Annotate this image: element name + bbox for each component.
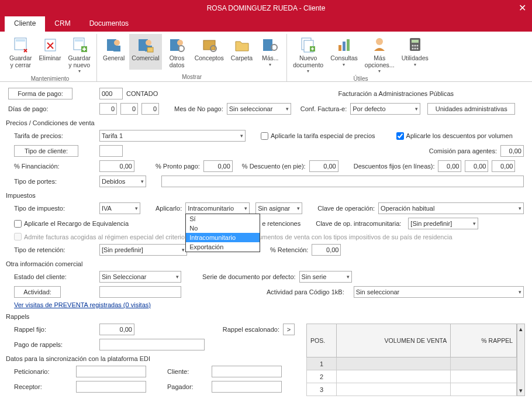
rappel-fijo-label: Rappel fijo:: [14, 326, 96, 333]
portes-text[interactable]: [161, 176, 524, 187]
estado-select[interactable]: Sin Seleccionar: [99, 271, 181, 283]
receptor-field[interactable]: [76, 381, 146, 393]
mes-no-select[interactable]: Sin seleccionar: [227, 103, 291, 115]
rappel-fijo-field[interactable]: [99, 324, 134, 335]
svg-point-14: [177, 40, 183, 46]
tipo-ret-select[interactable]: [Sin predefinir]: [99, 244, 187, 256]
table-row[interactable]: 2: [307, 370, 517, 383]
otros-button[interactable]: Otros datos: [164, 34, 190, 70]
table-row[interactable]: 3: [307, 383, 517, 396]
pronto-label: % Pronto pago:: [156, 163, 200, 170]
mas-opciones-button[interactable]: Más opciones...▾: [362, 34, 397, 75]
tarifa-label: Tarifa de precios:: [14, 132, 96, 139]
tipo-cliente-button[interactable]: Tipo de cliente:: [14, 145, 78, 157]
conf-factura-select[interactable]: Por defecto: [350, 103, 420, 115]
nuevo-doc-button[interactable]: Nuevo documento▾: [291, 34, 326, 75]
clave-intra-select[interactable]: [Sin predefinir]: [408, 218, 478, 229]
svg-rect-18: [263, 39, 272, 51]
unidades-admin-button[interactable]: Unidades administrativas: [427, 103, 515, 115]
delete-button[interactable]: Eliminar: [37, 34, 64, 75]
descuento-label: % Descuento (en pie):: [242, 163, 306, 170]
pronto-field[interactable]: [203, 160, 233, 172]
dd-opt-export[interactable]: Exportación: [186, 242, 260, 252]
chk-tarifa-especial[interactable]: Aplicarle la tarifa especial de precios: [261, 132, 375, 140]
act-1kb-select[interactable]: Sin seleccionar: [354, 286, 524, 298]
portes-select[interactable]: Debidos: [99, 176, 146, 187]
tipo-cliente-field[interactable]: [99, 145, 123, 157]
utilidades-button[interactable]: Utilidades▾: [399, 34, 431, 75]
aplicarlo-select[interactable]: Intracomunitario: [185, 202, 250, 214]
comision-field[interactable]: [500, 145, 524, 157]
preventa-link[interactable]: Ver visitas de PREVENTA registradas (0 v…: [14, 301, 151, 308]
actividad-field[interactable]: [99, 286, 181, 298]
clave-intra-label: Clave de op. intracomunitaria:: [316, 220, 401, 227]
conf-factura-label: Conf. Factura-e:: [300, 105, 347, 112]
person-gear2-icon: [261, 35, 279, 54]
financiacion-field[interactable]: [99, 160, 134, 172]
clave-op-select[interactable]: Operación habitual: [378, 202, 524, 214]
dd-opt-intra[interactable]: Intracomunitario: [186, 233, 260, 242]
save-close-icon: [11, 35, 30, 54]
close-icon[interactable]: ✕: [519, 2, 526, 13]
peticionario-label: Peticionario:: [14, 368, 72, 375]
pct-ret-field[interactable]: [312, 244, 341, 256]
general-button[interactable]: General: [101, 34, 127, 70]
clave-op-label: Clave de operación:: [317, 205, 375, 212]
tarifa-select[interactable]: Tarifa 1: [99, 130, 246, 142]
col-pos: POS.: [307, 324, 337, 357]
svg-point-26: [376, 38, 383, 45]
svg-point-34: [416, 48, 418, 50]
dia1-field[interactable]: [99, 103, 117, 115]
svg-rect-8: [113, 46, 120, 51]
aplicarlo-dropdown-list: Sí No Intracomunitario Exportación: [185, 214, 260, 252]
save-new-icon: [70, 35, 89, 54]
cliente-field[interactable]: [212, 366, 282, 377]
svg-point-10: [146, 40, 151, 46]
chevron-down-icon: ▾: [269, 63, 271, 68]
pagador-field[interactable]: [212, 381, 282, 393]
rappels-header: Rappels: [6, 313, 524, 320]
descuento-field[interactable]: [309, 160, 338, 172]
chk-recargo[interactable]: Aplicarle el Recargo de Equivalencia: [14, 220, 129, 228]
chevron-down-icon: ▾: [343, 63, 345, 68]
chart-icon: [334, 35, 353, 54]
serie-select[interactable]: Sin serie: [299, 271, 352, 283]
svg-point-30: [414, 45, 416, 47]
box-gear-icon: [200, 35, 219, 54]
tab-cliente[interactable]: Cliente: [5, 16, 45, 32]
mas-button[interactable]: Más...▾: [257, 34, 283, 70]
dia3-field[interactable]: [141, 103, 159, 115]
chk-desc-volumen[interactable]: Aplicarle los descuentos por volumen: [396, 132, 513, 140]
dd-opt-si[interactable]: Sí: [186, 214, 260, 224]
svg-rect-28: [412, 40, 419, 43]
person-gear-icon: [168, 35, 186, 54]
col-vol: VOLUMEN DE VENTA: [337, 324, 451, 357]
tab-documentos[interactable]: Documentos: [80, 16, 138, 32]
carpeta-button[interactable]: Carpeta: [229, 34, 255, 70]
tipo-impuesto-select[interactable]: IVA: [99, 202, 140, 214]
chk-admite: Admite facturas acogidas al régimen espe…: [14, 233, 185, 240]
actividad-button[interactable]: Actividad:: [14, 286, 61, 298]
svg-rect-24: [343, 42, 346, 51]
df1-field[interactable]: [438, 160, 461, 172]
peticionario-field[interactable]: [76, 366, 146, 377]
consultas-button[interactable]: Consultas▾: [328, 34, 360, 75]
forma-pago-button[interactable]: Forma de pago:: [8, 88, 72, 99]
save-close-button[interactable]: Guardar y cerrar: [7, 34, 34, 75]
save-new-button[interactable]: Guardar y nuevo▾: [65, 34, 93, 75]
conceptos-button[interactable]: Conceptos: [192, 34, 226, 70]
window-title: ROSA DOMINGUEZ RUEDA - Cliente: [207, 4, 326, 12]
df2-field[interactable]: [465, 160, 488, 172]
table-row[interactable]: 1: [307, 357, 517, 370]
df3-field[interactable]: [492, 160, 515, 172]
pago-rappels-field[interactable]: [99, 339, 205, 350]
scrollbar[interactable]: ▴▾: [517, 324, 525, 396]
sin-asignar-select[interactable]: Sin asignar: [255, 202, 302, 214]
tab-crm[interactable]: CRM: [45, 16, 80, 32]
pago-rappels-label: Pago de rappels:: [14, 341, 96, 348]
dd-opt-no[interactable]: No: [186, 224, 260, 233]
comercial-button[interactable]: Comercial: [129, 34, 161, 70]
forma-pago-code[interactable]: [99, 88, 123, 99]
dia2-field[interactable]: [120, 103, 138, 115]
rappel-esc-button[interactable]: >: [283, 324, 295, 335]
